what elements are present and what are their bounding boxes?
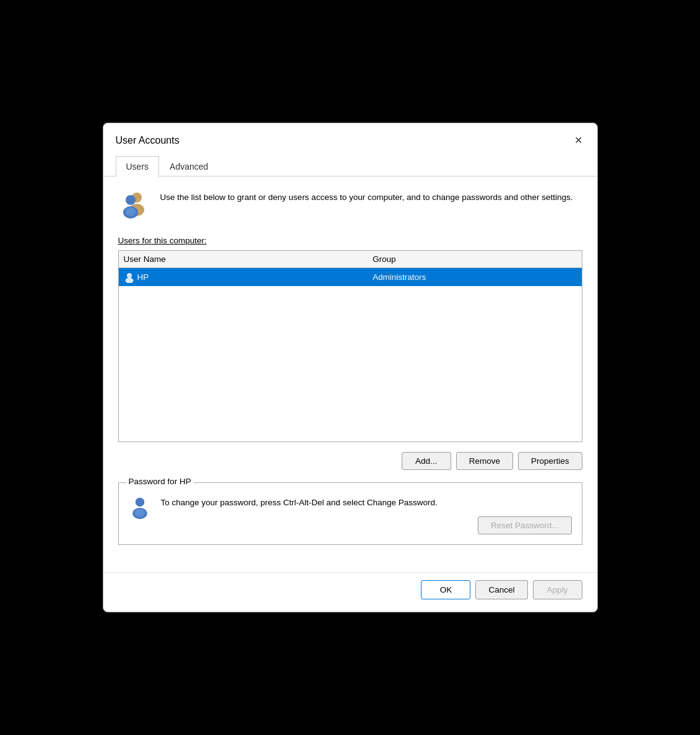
table-row[interactable]: HP Administrators xyxy=(119,268,582,286)
footer-buttons: OK Cancel Apply xyxy=(103,572,597,612)
password-legend: Password for HP xyxy=(126,477,194,486)
svg-point-4 xyxy=(126,207,136,216)
remove-button[interactable]: Remove xyxy=(456,452,513,470)
svg-point-7 xyxy=(135,498,144,507)
table-cell-username: HP xyxy=(137,272,373,282)
user-table: User Name Group HP Administrators xyxy=(118,250,582,442)
users-icon xyxy=(118,189,150,221)
close-button[interactable]: ✕ xyxy=(570,132,587,149)
password-user-icon xyxy=(129,495,151,520)
tab-bar: Users Advanced xyxy=(103,155,597,176)
reset-password-button[interactable]: Reset Password... xyxy=(478,516,572,534)
svg-point-5 xyxy=(127,273,132,278)
info-section: Use the list below to grant or deny user… xyxy=(118,189,582,221)
table-cell-group: Administrators xyxy=(373,272,576,282)
reset-button-row: Reset Password... xyxy=(161,516,572,534)
apply-button[interactable]: Apply xyxy=(533,580,582,599)
info-text: Use the list below to grant or deny user… xyxy=(160,189,573,204)
user-action-buttons: Add... Remove Properties xyxy=(118,452,582,470)
col-header-username: User Name xyxy=(124,254,373,264)
add-button[interactable]: Add... xyxy=(402,452,451,470)
title-bar: User Accounts ✕ xyxy=(103,123,597,155)
users-section-label: Users for this computer: xyxy=(118,236,582,245)
password-content: To change your password, press Ctrl-Alt-… xyxy=(129,495,572,534)
password-text: To change your password, press Ctrl-Alt-… xyxy=(161,495,572,509)
svg-point-9 xyxy=(134,509,144,517)
password-section: Password for HP To change your password,… xyxy=(118,482,582,545)
table-header: User Name Group xyxy=(119,251,582,268)
dialog-title: User Accounts xyxy=(116,135,179,146)
col-header-group: Group xyxy=(373,254,576,264)
table-body: HP Administrators xyxy=(119,268,582,441)
svg-point-2 xyxy=(126,195,136,205)
properties-button[interactable]: Properties xyxy=(518,452,582,470)
tab-users[interactable]: Users xyxy=(116,156,160,176)
tab-advanced[interactable]: Advanced xyxy=(159,156,218,176)
svg-point-6 xyxy=(125,277,133,283)
user-row-icon xyxy=(124,271,135,283)
ok-button[interactable]: OK xyxy=(421,580,470,599)
dialog-body: Use the list below to grant or deny user… xyxy=(103,176,597,572)
user-accounts-dialog: User Accounts ✕ Users Advanced Use xyxy=(103,123,598,612)
cancel-button[interactable]: Cancel xyxy=(475,580,527,599)
